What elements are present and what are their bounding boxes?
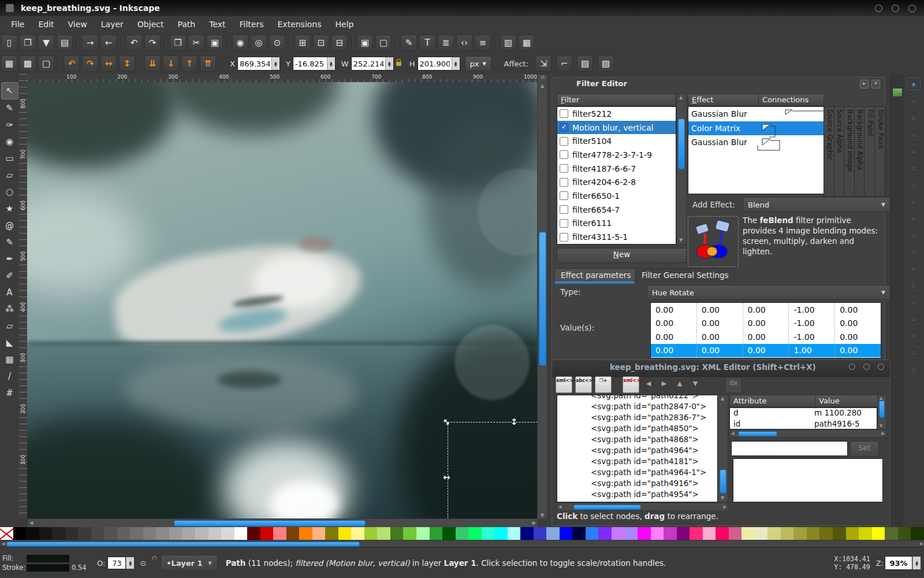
palette-swatch[interactable] [534,527,547,540]
palette-swatch[interactable] [338,527,352,540]
ellipse-tool[interactable]: ○ [2,184,18,200]
palette-swatch[interactable] [494,527,508,540]
palette-swatch[interactable] [247,527,260,540]
palette-swatch[interactable] [208,527,222,540]
align-dialog-button[interactable]: ≡ [475,35,491,51]
tab-filter-general-settings[interactable]: Filter General Settings [635,268,735,284]
filter-enabled-checkbox[interactable] [560,150,568,159]
snap-page-border[interactable]: ▫ [907,329,921,342]
menu-text[interactable]: Text [203,18,232,31]
menu-path[interactable]: Path [171,18,202,31]
scale-corners-toggle[interactable]: ⌐ [556,55,572,72]
vertical-ruler[interactable]: 800700600500400300200100 [19,74,28,519]
horizontal-ruler[interactable]: 1002003004005006007008009001000 [27,74,537,83]
palette-swatch[interactable] [169,527,182,540]
new-text-node-button[interactable]: abc<>+ [575,376,592,393]
duplicate-node-button[interactable]: ❐+ [595,376,612,393]
palette-swatch[interactable] [39,527,53,540]
raise-to-top-button[interactable]: ⇈ [200,55,216,72]
tweak-tool[interactable]: ✑ [2,117,18,133]
palette-swatch[interactable] [807,527,820,540]
import-button[interactable]: → [82,35,98,51]
attribute-value-box[interactable] [733,458,883,502]
filter-enabled-checkbox[interactable] [560,178,568,187]
canvas-hscroll-thumb[interactable] [174,520,366,527]
rotate-ccw-button[interactable]: ↶ [64,55,80,72]
raise-button[interactable]: ↑ [181,55,198,72]
nav-indent-node-button[interactable]: ▼ [689,379,702,391]
new-filter-button[interactable]: New [557,248,687,263]
xml-node[interactable]: <svg:path id="path2847-0"> [557,402,717,413]
xml-editor-dialog-button[interactable]: ‹› [456,35,472,51]
menu-file[interactable]: File [5,18,31,31]
palette-swatch[interactable] [819,527,833,540]
connections-column-header[interactable]: Connections [758,94,824,106]
value-column-header[interactable]: Value [815,395,884,407]
xml-node[interactable]: <svg:path id="path4916"> [557,479,717,490]
move-patterns-toggle[interactable]: ▧ [598,55,614,72]
palette-swatch[interactable] [520,527,534,540]
menu-extensions[interactable]: Extensions [271,18,328,31]
xml-maximize-button[interactable] [863,364,870,370]
palette-swatch[interactable] [651,527,664,540]
matrix-row[interactable]: 0.000.000.001.000.00 [651,344,881,358]
menu-object[interactable]: Object [131,18,170,31]
pencil-tool[interactable]: ✎ [2,234,18,250]
xml-node[interactable]: <svg:path id="path4964"> [557,446,717,457]
minimize-button[interactable] [875,5,882,12]
filter-list-scrollbar[interactable]: ▲▼ [676,94,687,244]
nav-next-node-button[interactable]: ▶ [658,379,670,391]
node-tool[interactable]: ✎ [2,100,18,116]
new-element-node-button[interactable]: xml<>+ [556,376,572,393]
dock-close-icon[interactable]: ✕ [871,80,880,88]
export-button[interactable]: ← [100,35,117,51]
flip-horizontal-button[interactable]: ↔ [100,55,117,72]
palette-swatch[interactable] [755,527,768,540]
filter-enabled-checkbox[interactable] [560,191,568,200]
attribute-hscroll-thumb[interactable] [738,431,777,436]
filter-column-header[interactable]: Filter [557,94,676,106]
palette-swatch[interactable] [742,527,755,540]
palette-swatch[interactable] [377,527,390,540]
zoom-tool[interactable]: ◉ [2,134,18,150]
filter-row[interactable]: filter5104 [557,134,676,148]
preferences-button[interactable]: ▦ [519,35,535,51]
spray-tool[interactable]: ⁂ [2,301,18,317]
calligraphy-tool[interactable]: ✐ [2,268,18,284]
deselect-button[interactable]: ▢ [38,55,54,72]
h-field[interactable]: ▲▼ [418,57,460,71]
duplicate-button[interactable]: ⊞ [295,35,311,51]
filter-enabled-checkbox[interactable] [560,137,568,146]
palette-swatch[interactable] [546,527,560,540]
filter-enabled-checkbox[interactable]: ✓ [560,123,568,132]
filter-list-scroll-thumb[interactable] [678,118,685,169]
set-attribute-button[interactable]: Set [850,441,879,457]
redo-button[interactable]: ↷ [144,35,161,51]
nav-prev-node-button[interactable]: ◀ [642,379,655,391]
palette-swatch[interactable] [143,527,157,540]
palette-swatch[interactable] [586,527,599,540]
palette-swatch[interactable] [508,527,521,540]
snap-grids[interactable]: ▫ [907,346,921,358]
palette-swatch[interactable] [560,527,573,540]
matrix-row[interactable]: 0.000.000.00-1.000.00 [651,317,881,331]
palette-swatch[interactable] [859,527,872,540]
palette-swatch[interactable] [403,527,416,540]
palette-swatch[interactable] [793,527,807,540]
palette-swatch[interactable] [156,527,169,540]
attribute-row[interactable]: idpath4916-5 [730,419,877,429]
palette-swatch[interactable] [299,527,312,540]
paste-button[interactable]: ▣ [207,35,223,51]
xml-tree-hscrollbar[interactable]: ◀▶ [557,503,728,511]
select-all-button[interactable]: ▦ [1,55,17,72]
menu-view[interactable]: View [62,18,94,31]
eraser-tool[interactable]: ▱ [2,318,18,334]
menu-edit[interactable]: Edit [32,18,60,31]
fill-swatch[interactable] [27,555,69,562]
palette-swatch[interactable] [625,527,638,540]
filter-enabled-checkbox[interactable] [560,109,568,118]
opacity-input[interactable]: 73 [107,557,126,569]
palette-swatch[interactable] [872,527,885,540]
palette-swatch[interactable] [456,527,469,540]
xml-tree-vscrollbar[interactable]: ▲▼ [718,395,728,502]
